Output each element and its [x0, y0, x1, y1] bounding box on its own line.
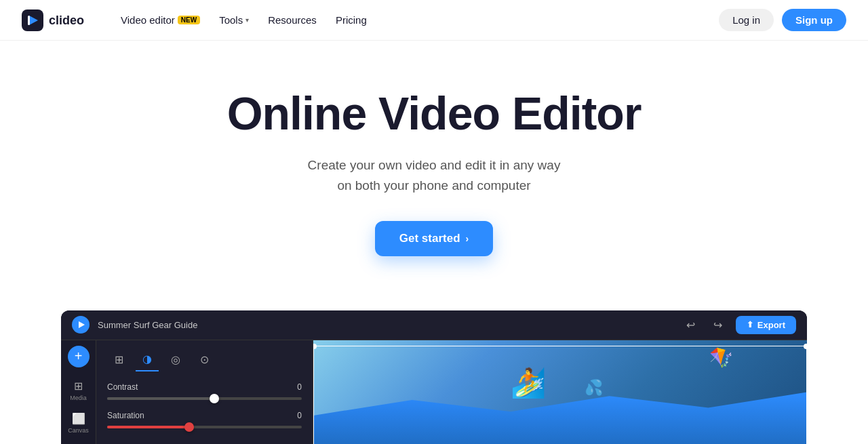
panel-tab-grid[interactable]: ⊞ [107, 348, 130, 371]
canvas-video-frame: 🏄 🪁 💦 [313, 340, 807, 444]
nav-resources[interactable]: Resources [260, 10, 325, 30]
surfer-figure: 🏄 [511, 366, 546, 399]
export-icon: ⬆ [747, 320, 753, 329]
nav-actions: Log in Sign up [719, 9, 846, 31]
chevron-right-icon: › [466, 233, 469, 244]
svg-text:clideo: clideo [49, 14, 84, 27]
svg-rect-2 [28, 16, 30, 25]
contrast-label: Contrast [107, 382, 138, 392]
contrast-icon: ◑ [142, 352, 152, 365]
contrast-slider-thumb[interactable] [210, 394, 219, 403]
nav-video-editor[interactable]: Video editor NEW [113, 10, 208, 30]
logo[interactable]: clideo [22, 9, 91, 31]
panel-tabs: ⊞ ◑ ◎ ⊙ [107, 348, 302, 371]
signup-button[interactable]: Sign up [782, 9, 846, 31]
motion-icon: ⊙ [200, 353, 209, 366]
wave-decoration [313, 392, 807, 444]
editor-topbar: Summer Surf Gear Guide ↩ ↪ ⬆ Export [61, 310, 807, 340]
saturation-slider-fill [107, 426, 189, 428]
contrast-slider-fill [107, 397, 214, 400]
hero-section: Online Video Editor Create your own vide… [0, 41, 868, 283]
hero-title: Online Video Editor [227, 88, 642, 139]
undo-button[interactable]: ↩ [682, 315, 701, 334]
editor-filename: Summer Surf Gear Guide [98, 320, 197, 330]
chevron-down-icon: ▾ [245, 16, 249, 24]
navigation: clideo Video editor NEW Tools ▾ Resource… [0, 0, 868, 41]
hero-subtitle: Create your own video and edit it in any… [308, 155, 561, 197]
editor-canvas: 🏄 🪁 💦 [313, 340, 807, 444]
redo-button[interactable]: ↪ [709, 315, 728, 334]
saturation-slider-thumb[interactable] [184, 422, 194, 432]
login-button[interactable]: Log in [719, 9, 774, 31]
panel-tab-motion[interactable]: ⊙ [193, 348, 216, 371]
saturation-value: 0 [297, 411, 302, 420]
media-icon: ⊞ [74, 380, 83, 392]
nav-pricing[interactable]: Pricing [328, 10, 375, 30]
canvas-icon: ⬜ [72, 412, 85, 425]
contrast-slider-row: Contrast 0 [107, 382, 302, 400]
play-icon [79, 321, 85, 328]
sidebar-item-canvas[interactable]: ⬜ Canvas [64, 408, 94, 438]
grid-icon: ⊞ [115, 353, 123, 366]
editor-body: + ⊞ Media ⬜ Canvas T ⊞ ◑ [61, 340, 807, 444]
contrast-slider-header: Contrast 0 [107, 382, 302, 392]
editor-preview: Summer Surf Gear Guide ↩ ↪ ⬆ Export + ⊞ … [61, 310, 807, 444]
contrast-value: 0 [297, 382, 302, 392]
audio-icon: ◎ [171, 353, 180, 366]
sidebar-item-media[interactable]: ⊞ Media [64, 376, 94, 405]
contrast-slider-track[interactable] [107, 397, 302, 400]
editor-topbar-left: Summer Surf Gear Guide [72, 316, 197, 334]
splash-figure: 💦 [585, 379, 603, 397]
panel-tab-contrast[interactable]: ◑ [136, 348, 159, 371]
editor-topbar-right: ↩ ↪ ⬆ Export [682, 315, 796, 334]
nav-links: Video editor NEW Tools ▾ Resources Prici… [113, 10, 719, 30]
editor-play-button[interactable] [72, 316, 90, 334]
add-media-button[interactable]: + [68, 346, 90, 367]
nav-tools[interactable]: Tools ▾ [211, 10, 257, 30]
export-button[interactable]: ⬆ Export [736, 316, 796, 334]
saturation-slider-track[interactable] [107, 426, 302, 428]
saturation-label: Saturation [107, 411, 144, 420]
editor-sidebar: + ⊞ Media ⬜ Canvas T [61, 340, 96, 444]
get-started-button[interactable]: Get started › [375, 221, 493, 256]
saturation-slider-header: Saturation 0 [107, 411, 302, 420]
kite-figure: 🪁 [709, 346, 733, 369]
editor-panel: ⊞ ◑ ◎ ⊙ Contrast 0 [96, 340, 313, 444]
panel-tab-audio[interactable]: ◎ [164, 348, 187, 371]
saturation-slider-row: Saturation 0 [107, 411, 302, 428]
